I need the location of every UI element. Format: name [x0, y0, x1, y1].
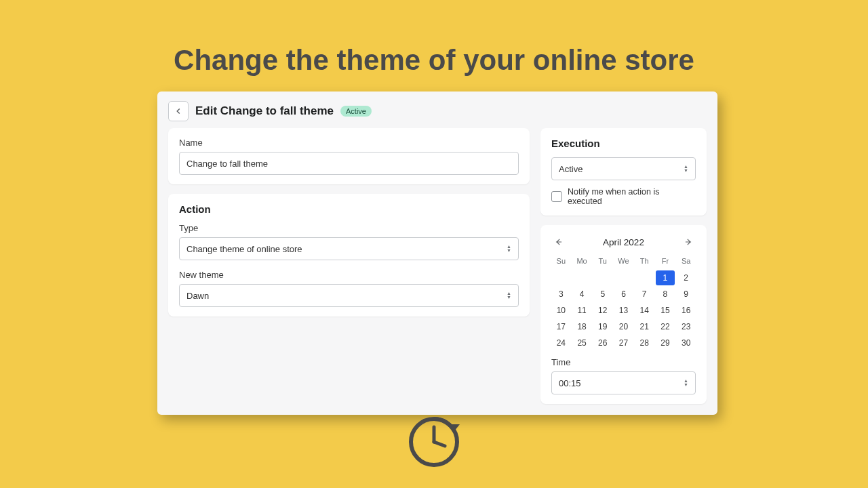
new-theme-select-value: Dawn [186, 291, 209, 301]
calendar-day[interactable]: 21 [635, 319, 654, 334]
execution-status-value: Active [559, 164, 583, 174]
type-select[interactable]: Change theme of online store ▲▼ [179, 237, 519, 260]
calendar-day[interactable]: 5 [593, 287, 612, 302]
notify-checkbox[interactable] [551, 191, 562, 202]
name-input[interactable]: Change to fall theme [179, 152, 519, 175]
calendar-day[interactable]: 22 [656, 319, 675, 334]
time-label: Time [551, 357, 696, 367]
calendar-dow: Th [635, 255, 654, 269]
calendar-day[interactable]: 10 [551, 303, 571, 318]
calendar-dow: Su [551, 255, 571, 269]
new-theme-label: New theme [179, 270, 519, 280]
calendar-day[interactable]: 23 [676, 319, 696, 334]
execution-card: Execution Active ▲▼ Notify me when actio… [540, 128, 707, 216]
calendar-empty [635, 270, 654, 285]
panel-header: Edit Change to fall theme Active [168, 101, 707, 121]
calendar-day[interactable]: 18 [572, 319, 592, 334]
calendar-day[interactable]: 3 [551, 287, 571, 302]
select-arrows-icon: ▲▼ [684, 379, 688, 387]
arrow-right-icon [684, 237, 693, 247]
calendar-empty [551, 270, 571, 285]
calendar-day[interactable]: 8 [656, 287, 675, 302]
arrow-left-icon [174, 106, 183, 116]
type-select-value: Change theme of online store [186, 244, 302, 254]
cal-next-button[interactable] [681, 235, 696, 249]
calendar-day[interactable]: 29 [656, 336, 675, 350]
edit-panel: Edit Change to fall theme Active Name Ch… [157, 92, 717, 415]
back-button[interactable] [168, 101, 189, 121]
arrow-left-icon [554, 237, 564, 247]
calendar-empty [614, 270, 633, 285]
calendar-day[interactable]: 17 [551, 319, 571, 334]
execution-title: Execution [551, 138, 696, 149]
calendar-dow: Mo [572, 255, 592, 269]
notify-label: Notify me when action is executed [568, 187, 696, 206]
schedule-card: April 2022 SuMoTuWeThFrSa123456789101112… [540, 225, 707, 404]
calendar-day[interactable]: 4 [572, 287, 592, 302]
calendar-day[interactable]: 16 [676, 303, 696, 318]
calendar-day[interactable]: 1 [656, 270, 675, 285]
calendar-day[interactable]: 19 [593, 319, 612, 334]
calendar-day[interactable]: 28 [635, 336, 654, 350]
calendar-day[interactable]: 20 [614, 319, 633, 334]
cal-prev-button[interactable] [551, 235, 566, 249]
calendar-day[interactable]: 6 [614, 287, 633, 302]
status-badge: Active [340, 106, 372, 117]
name-label: Name [179, 138, 519, 148]
calendar-day[interactable]: 2 [676, 270, 696, 285]
select-arrows-icon: ▲▼ [684, 165, 688, 173]
calendar-grid: SuMoTuWeThFrSa12345678910111213141516171… [551, 255, 696, 350]
calendar-month: April 2022 [603, 237, 644, 247]
execution-status-select[interactable]: Active ▲▼ [551, 157, 696, 180]
clock-icon [400, 404, 468, 472]
type-label: Type [179, 223, 519, 233]
calendar-dow: We [614, 255, 633, 269]
calendar-dow: Tu [593, 255, 612, 269]
name-input-value: Change to fall theme [186, 159, 268, 169]
calendar-day[interactable]: 13 [614, 303, 633, 318]
new-theme-select[interactable]: Dawn ▲▼ [179, 284, 519, 307]
calendar-day[interactable]: 14 [635, 303, 654, 318]
page-headline: Change the theme of your online store [0, 0, 868, 77]
calendar-day[interactable]: 26 [593, 336, 612, 350]
action-title: Action [179, 203, 519, 215]
svg-line-2 [434, 442, 445, 446]
calendar-empty [572, 270, 592, 285]
select-arrows-icon: ▲▼ [507, 291, 511, 300]
panel-title: Edit Change to fall theme [195, 104, 334, 118]
time-select[interactable]: 00:15 ▲▼ [551, 371, 696, 394]
calendar-day[interactable]: 11 [572, 303, 592, 318]
calendar-day[interactable]: 30 [676, 336, 696, 350]
calendar-day[interactable]: 9 [676, 287, 696, 302]
select-arrows-icon: ▲▼ [507, 245, 511, 253]
action-card: Action Type Change theme of online store… [168, 194, 530, 317]
calendar-day[interactable]: 24 [551, 336, 571, 350]
calendar-day[interactable]: 27 [614, 336, 633, 350]
calendar-dow: Fr [656, 255, 675, 269]
calendar-dow: Sa [676, 255, 696, 269]
calendar-day[interactable]: 15 [656, 303, 675, 318]
calendar-day[interactable]: 25 [572, 336, 592, 350]
name-card: Name Change to fall theme [168, 128, 530, 184]
calendar-empty [593, 270, 612, 285]
calendar-day[interactable]: 12 [593, 303, 612, 318]
time-select-value: 00:15 [559, 378, 581, 388]
calendar-day[interactable]: 7 [635, 287, 654, 302]
